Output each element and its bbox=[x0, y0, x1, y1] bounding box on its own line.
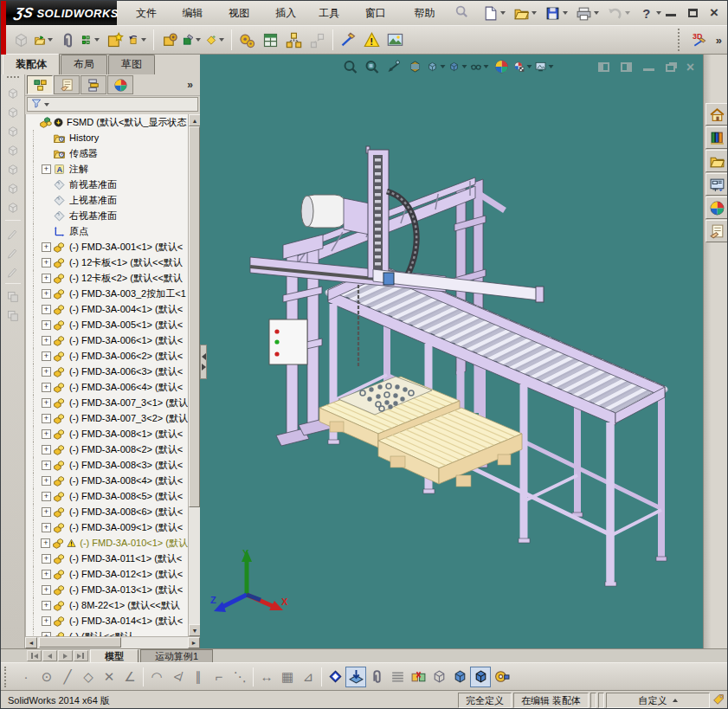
scroll-thumb[interactable] bbox=[39, 637, 121, 648]
tree-row[interactable]: FSMD (默认<默认_显示状态 bbox=[26, 114, 188, 130]
zoom-to-area-button[interactable] bbox=[361, 57, 382, 76]
note-tag-icon[interactable] bbox=[712, 693, 725, 708]
tree-row[interactable]: +(-) FMD-3A-008<4> (默认< bbox=[26, 473, 188, 488]
tree-row[interactable]: 传感器 bbox=[26, 145, 188, 161]
graphics-viewport[interactable]: YXZ × bbox=[200, 55, 703, 648]
wireframe-style-button[interactable] bbox=[428, 667, 449, 687]
next-tab-button[interactable] bbox=[58, 650, 73, 661]
insert-components-button[interactable] bbox=[33, 29, 56, 52]
selection-tool-button-1[interactable] bbox=[3, 287, 23, 306]
tree-row[interactable]: +(-) FMD-3A-006<1> (默认< bbox=[26, 332, 188, 348]
filter-caret-icon[interactable] bbox=[44, 103, 49, 106]
expander-icon[interactable]: + bbox=[42, 616, 51, 626]
maximize-button[interactable] bbox=[688, 9, 698, 17]
tree-row[interactable]: +(-) 12卡板<2> (默认<<默认 bbox=[26, 270, 188, 286]
expander-icon[interactable]: + bbox=[42, 601, 51, 610]
section-view-button[interactable] bbox=[404, 57, 425, 76]
measure-tool-button[interactable] bbox=[491, 667, 512, 687]
expander-icon[interactable]: + bbox=[42, 523, 51, 532]
new-motion-study-button[interactable] bbox=[235, 29, 259, 52]
3d-sketch-button[interactable]: 3D bbox=[689, 29, 712, 52]
tab-模型[interactable]: 模型 bbox=[90, 649, 139, 662]
expander-icon[interactable]: + bbox=[42, 585, 51, 595]
expander-icon[interactable]: + bbox=[42, 414, 51, 423]
exploded-view-button[interactable] bbox=[282, 29, 306, 52]
expander-icon[interactable]: + bbox=[42, 305, 51, 314]
expander-icon[interactable]: + bbox=[42, 476, 51, 486]
tree-row[interactable]: +(-) FMD-3A-013<1> (默认< bbox=[26, 582, 188, 597]
point-snap-button[interactable]: · bbox=[16, 667, 36, 687]
angle-snap-button[interactable]: ∠ bbox=[119, 667, 140, 687]
print-document-button[interactable] bbox=[574, 3, 603, 24]
undo-button[interactable] bbox=[605, 3, 635, 24]
pane-left-button[interactable] bbox=[598, 62, 609, 72]
selection-tool-button-2[interactable] bbox=[3, 306, 23, 325]
shaded-style-button[interactable] bbox=[449, 667, 470, 687]
previous-view-button[interactable] bbox=[383, 57, 403, 76]
bill-of-materials-button[interactable] bbox=[259, 29, 282, 52]
line-snap-button[interactable]: ╱ bbox=[57, 667, 78, 687]
intersection-snap-button[interactable]: ✕ bbox=[99, 667, 119, 687]
menu-4[interactable]: 插入(I) bbox=[267, 3, 310, 23]
insert-component-button[interactable] bbox=[10, 29, 33, 52]
tree-horizontal-scrollbar[interactable]: ◄ ► bbox=[25, 636, 200, 648]
open-document-button[interactable] bbox=[512, 3, 541, 24]
toolbar-grip[interactable] bbox=[7, 76, 19, 81]
expander-icon[interactable]: + bbox=[42, 554, 51, 564]
sketch-tool-button-2[interactable] bbox=[3, 242, 23, 261]
tree-row[interactable]: 上视基准面 bbox=[26, 192, 188, 208]
appearances-scenes-button[interactable] bbox=[705, 197, 728, 219]
tree-row[interactable]: +(-) FMD-3A-011<1> (默认< bbox=[26, 551, 188, 566]
tree-row[interactable]: +(-) FMD-3A-008<6> (默认< bbox=[26, 504, 188, 519]
displaymanager-tab[interactable] bbox=[107, 75, 133, 94]
standard-view-button-2[interactable] bbox=[3, 103, 23, 122]
expander-icon[interactable]: + bbox=[42, 492, 51, 501]
menu-7[interactable]: 帮助(H) bbox=[406, 3, 454, 23]
configurationmanager-tab[interactable] bbox=[81, 75, 106, 94]
tree-row[interactable]: +(-) FMD-3A-008<2> (默认< bbox=[26, 442, 188, 457]
tree-row[interactable]: +(-) FMD-3A-006<3> (默认< bbox=[26, 364, 188, 379]
interference-detection-button[interactable]: ! bbox=[360, 29, 383, 52]
section-lines-button[interactable] bbox=[387, 667, 408, 687]
tree-row[interactable]: 前视基准面 bbox=[26, 177, 188, 192]
component-pattern-button[interactable] bbox=[80, 29, 103, 52]
solidworks-resources-button[interactable] bbox=[705, 103, 728, 126]
sketch-tool-button-3[interactable] bbox=[3, 261, 23, 280]
help-button[interactable]: ? bbox=[636, 3, 666, 24]
tree-row[interactable]: +(-) FMD-3A-014<1> (默认< bbox=[26, 613, 188, 628]
scroll-down-button[interactable]: ▼ bbox=[189, 624, 201, 636]
expander-icon[interactable]: + bbox=[42, 242, 51, 252]
close-button[interactable]: × bbox=[710, 7, 718, 19]
viewport-close-button[interactable]: × bbox=[686, 62, 694, 72]
explode-line-sketch-button[interactable] bbox=[306, 29, 329, 52]
tree-row[interactable]: +(-) FMD-3A-008<3> (默认< bbox=[26, 457, 188, 473]
tree-row[interactable]: +(-) FMD-3A-004<1> (默认< bbox=[26, 301, 188, 317]
search-icon[interactable] bbox=[454, 4, 468, 22]
tree-row[interactable]: +(-) FMD-3A-003_2按加工<1 bbox=[26, 286, 188, 301]
grid-snap-button[interactable]: ▦ bbox=[277, 667, 298, 687]
expander-icon[interactable]: + bbox=[42, 383, 51, 392]
tab-运动算例1[interactable]: 运动算例1 bbox=[140, 649, 213, 662]
minimize-button[interactable] bbox=[666, 10, 676, 16]
new-document-button[interactable] bbox=[480, 3, 510, 24]
tree-row[interactable]: +(-) FMD-3A-001<1> (默认< bbox=[26, 239, 188, 255]
expander-icon[interactable]: + bbox=[42, 461, 51, 470]
viewport-minimize-button[interactable] bbox=[643, 63, 654, 71]
expander-icon[interactable]: + bbox=[42, 367, 51, 377]
midpoint-snap-button[interactable]: ≮ bbox=[167, 667, 188, 687]
expander-icon[interactable]: + bbox=[42, 164, 51, 174]
tree-row[interactable]: 右视基准面 bbox=[26, 208, 188, 223]
spline-snap-button[interactable]: ⋱ bbox=[229, 667, 250, 687]
expander-icon[interactable]: + bbox=[42, 507, 51, 517]
filter-funnel-icon[interactable] bbox=[30, 97, 42, 113]
view-settings-button[interactable] bbox=[534, 57, 555, 76]
scroll-right-button[interactable]: ► bbox=[188, 637, 200, 648]
first-tab-button[interactable] bbox=[27, 650, 42, 661]
tree-row[interactable]: +(-) FMD-3A-007_3<2> (默认 bbox=[26, 410, 188, 426]
scroll-thumb[interactable] bbox=[189, 126, 200, 507]
save-document-button[interactable] bbox=[543, 3, 572, 24]
menu-6[interactable]: 窗口(W) bbox=[357, 3, 406, 23]
tree-row[interactable]: +A注解 bbox=[26, 161, 188, 177]
tree-row[interactable]: +(-) (默认<<默认 bbox=[26, 628, 188, 636]
tree-row[interactable]: History bbox=[26, 130, 188, 145]
